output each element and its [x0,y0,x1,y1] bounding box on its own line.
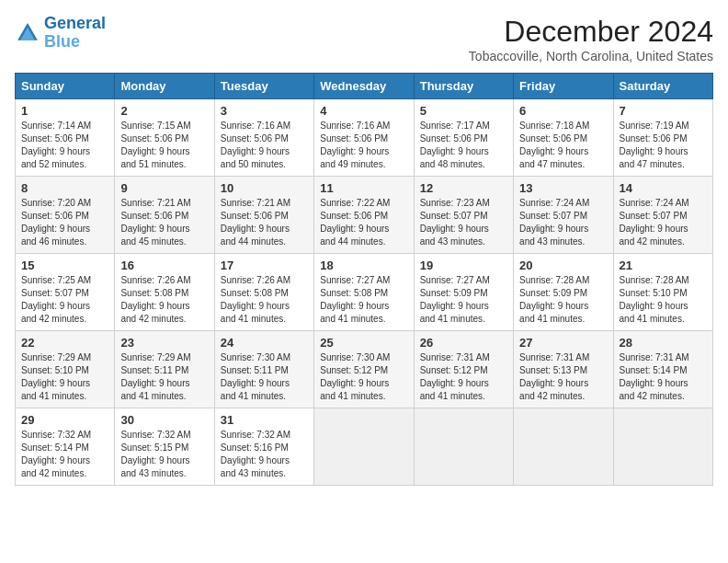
day-info: Sunrise: 7:29 AM Sunset: 5:10 PM Dayligh… [21,351,108,403]
calendar-cell: 5Sunrise: 7:17 AM Sunset: 5:06 PM Daylig… [414,99,513,177]
day-info: Sunrise: 7:14 AM Sunset: 5:06 PM Dayligh… [21,120,108,171]
calendar-cell: 29Sunrise: 7:32 AM Sunset: 5:14 PM Dayli… [16,408,115,486]
calendar-cell: 22Sunrise: 7:29 AM Sunset: 5:10 PM Dayli… [16,331,115,408]
calendar-header-wednesday: Wednesday [314,74,414,99]
calendar-cell: 16Sunrise: 7:26 AM Sunset: 5:08 PM Dayli… [115,254,214,331]
calendar-cell: 15Sunrise: 7:25 AM Sunset: 5:07 PM Dayli… [16,254,115,331]
day-number: 24 [221,336,308,350]
day-number: 2 [120,104,208,118]
day-number: 11 [320,181,407,195]
day-info: Sunrise: 7:30 AM Sunset: 5:12 PM Dayligh… [320,351,407,403]
location-title: Tobaccoville, North Carolina, United Sta… [469,49,713,63]
calendar-cell: 24Sunrise: 7:30 AM Sunset: 5:11 PM Dayli… [214,331,313,408]
day-info: Sunrise: 7:23 AM Sunset: 5:07 PM Dayligh… [420,197,507,248]
day-number: 26 [420,336,507,350]
day-info: Sunrise: 7:25 AM Sunset: 5:07 PM Dayligh… [21,274,108,326]
calendar-cell: 14Sunrise: 7:24 AM Sunset: 5:07 PM Dayli… [613,177,712,254]
calendar-table: SundayMondayTuesdayWednesdayThursdayFrid… [15,73,713,486]
calendar-cell: 12Sunrise: 7:23 AM Sunset: 5:07 PM Dayli… [414,177,513,254]
calendar-cell: 13Sunrise: 7:24 AM Sunset: 5:07 PM Dayli… [514,177,613,254]
calendar-cell: 26Sunrise: 7:31 AM Sunset: 5:12 PM Dayli… [414,331,513,408]
calendar-header-row: SundayMondayTuesdayWednesdayThursdayFrid… [16,74,713,99]
day-info: Sunrise: 7:16 AM Sunset: 5:06 PM Dayligh… [221,120,308,171]
day-number: 28 [620,336,707,350]
calendar-header-tuesday: Tuesday [214,74,313,99]
day-number: 6 [519,104,607,118]
calendar-cell [514,408,613,486]
day-number: 15 [21,259,108,272]
calendar-week-row: 22Sunrise: 7:29 AM Sunset: 5:10 PM Dayli… [16,331,713,408]
day-number: 22 [21,336,108,350]
day-number: 7 [620,104,707,118]
day-number: 31 [221,413,308,427]
calendar-cell: 7Sunrise: 7:19 AM Sunset: 5:06 PM Daylig… [613,99,712,177]
day-info: Sunrise: 7:21 AM Sunset: 5:06 PM Dayligh… [221,197,308,248]
calendar-cell: 20Sunrise: 7:28 AM Sunset: 5:09 PM Dayli… [514,254,613,331]
day-info: Sunrise: 7:21 AM Sunset: 5:06 PM Dayligh… [120,197,208,248]
calendar-cell [613,408,712,486]
day-info: Sunrise: 7:27 AM Sunset: 5:08 PM Dayligh… [320,274,407,326]
calendar-cell: 27Sunrise: 7:31 AM Sunset: 5:13 PM Dayli… [514,331,613,408]
calendar-cell: 2Sunrise: 7:15 AM Sunset: 5:06 PM Daylig… [115,99,214,177]
day-number: 19 [420,259,507,272]
day-info: Sunrise: 7:20 AM Sunset: 5:06 PM Dayligh… [21,197,108,248]
day-info: Sunrise: 7:27 AM Sunset: 5:09 PM Dayligh… [420,274,507,326]
calendar-cell: 6Sunrise: 7:18 AM Sunset: 5:06 PM Daylig… [514,99,613,177]
calendar-cell [314,408,414,486]
logo-icon [15,20,40,46]
day-info: Sunrise: 7:31 AM Sunset: 5:12 PM Dayligh… [420,351,507,403]
day-number: 9 [120,181,208,195]
calendar-week-row: 1Sunrise: 7:14 AM Sunset: 5:06 PM Daylig… [16,99,713,177]
day-number: 4 [320,104,407,118]
page-header: GeneralBlue December 2024 Tobaccoville, … [15,15,713,63]
day-info: Sunrise: 7:22 AM Sunset: 5:06 PM Dayligh… [320,197,407,248]
day-info: Sunrise: 7:32 AM Sunset: 5:16 PM Dayligh… [221,429,308,480]
calendar-cell: 4Sunrise: 7:16 AM Sunset: 5:06 PM Daylig… [314,99,414,177]
day-info: Sunrise: 7:32 AM Sunset: 5:15 PM Dayligh… [120,429,208,480]
day-info: Sunrise: 7:16 AM Sunset: 5:06 PM Dayligh… [320,120,407,171]
day-info: Sunrise: 7:15 AM Sunset: 5:06 PM Dayligh… [120,120,208,171]
day-number: 13 [519,181,607,195]
calendar-cell: 18Sunrise: 7:27 AM Sunset: 5:08 PM Dayli… [314,254,414,331]
calendar-cell: 31Sunrise: 7:32 AM Sunset: 5:16 PM Dayli… [214,408,313,486]
calendar-cell: 28Sunrise: 7:31 AM Sunset: 5:14 PM Dayli… [613,331,712,408]
calendar-week-row: 29Sunrise: 7:32 AM Sunset: 5:14 PM Dayli… [16,408,713,486]
logo-text: GeneralBlue [44,15,106,52]
day-info: Sunrise: 7:31 AM Sunset: 5:13 PM Dayligh… [519,351,607,403]
day-number: 3 [221,104,308,118]
calendar-cell: 19Sunrise: 7:27 AM Sunset: 5:09 PM Dayli… [414,254,513,331]
day-number: 20 [519,259,607,272]
day-info: Sunrise: 7:32 AM Sunset: 5:14 PM Dayligh… [21,429,108,480]
calendar-cell: 17Sunrise: 7:26 AM Sunset: 5:08 PM Dayli… [214,254,313,331]
day-info: Sunrise: 7:31 AM Sunset: 5:14 PM Dayligh… [620,351,707,403]
calendar-cell: 1Sunrise: 7:14 AM Sunset: 5:06 PM Daylig… [16,99,115,177]
calendar-cell: 25Sunrise: 7:30 AM Sunset: 5:12 PM Dayli… [314,331,414,408]
day-number: 14 [620,181,707,195]
calendar-cell: 30Sunrise: 7:32 AM Sunset: 5:15 PM Dayli… [115,408,214,486]
calendar-cell: 9Sunrise: 7:21 AM Sunset: 5:06 PM Daylig… [115,177,214,254]
day-info: Sunrise: 7:28 AM Sunset: 5:09 PM Dayligh… [519,274,607,326]
month-title: December 2024 [469,15,713,49]
calendar-cell: 23Sunrise: 7:29 AM Sunset: 5:11 PM Dayli… [115,331,214,408]
day-info: Sunrise: 7:29 AM Sunset: 5:11 PM Dayligh… [120,351,208,403]
calendar-header-monday: Monday [115,74,214,99]
day-number: 27 [519,336,607,350]
day-info: Sunrise: 7:26 AM Sunset: 5:08 PM Dayligh… [120,274,208,326]
day-info: Sunrise: 7:24 AM Sunset: 5:07 PM Dayligh… [620,197,707,248]
day-number: 25 [320,336,407,350]
calendar-week-row: 8Sunrise: 7:20 AM Sunset: 5:06 PM Daylig… [16,177,713,254]
calendar-cell: 8Sunrise: 7:20 AM Sunset: 5:06 PM Daylig… [16,177,115,254]
day-number: 16 [120,259,208,272]
day-info: Sunrise: 7:30 AM Sunset: 5:11 PM Dayligh… [221,351,308,403]
calendar-header-saturday: Saturday [613,74,712,99]
day-number: 29 [21,413,108,427]
calendar-header-thursday: Thursday [414,74,513,99]
calendar-cell: 3Sunrise: 7:16 AM Sunset: 5:06 PM Daylig… [214,99,313,177]
day-number: 17 [221,259,308,272]
logo: GeneralBlue [15,15,106,52]
day-number: 23 [120,336,208,350]
day-number: 8 [21,181,108,195]
title-block: December 2024 Tobaccoville, North Caroli… [469,15,713,63]
day-info: Sunrise: 7:17 AM Sunset: 5:06 PM Dayligh… [420,120,507,171]
calendar-cell: 21Sunrise: 7:28 AM Sunset: 5:10 PM Dayli… [613,254,712,331]
